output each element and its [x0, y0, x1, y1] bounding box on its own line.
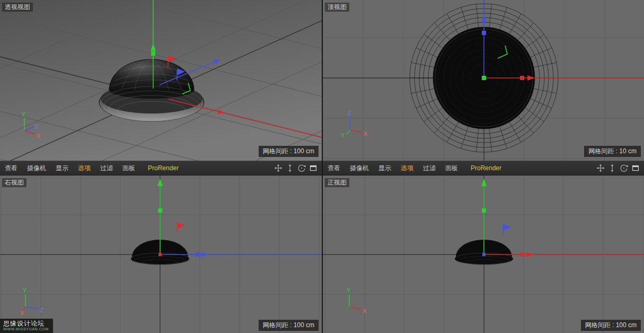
viewport-label: 右视图	[2, 178, 27, 187]
menu-item-prorender[interactable]: ProRender	[143, 161, 183, 175]
viewport-front[interactable]: Y X 正视图 网格间距 : 100 cm	[323, 176, 644, 333]
toggle-layout-icon[interactable]	[308, 163, 318, 173]
menu-item-panel[interactable]: 面板	[118, 161, 140, 175]
grid-spacing-badge: 网格间距 : 100 cm	[581, 320, 641, 331]
axis-label-y: Y	[341, 132, 345, 138]
menu-item-prorender[interactable]: ProRender	[466, 161, 506, 175]
menu-item-camera[interactable]: 摄像机	[22, 161, 51, 175]
watermark-url: WWW.MISSYUAN.COM	[3, 327, 49, 331]
menu-item-camera[interactable]: 摄像机	[345, 161, 374, 175]
axis-label-y: Y	[347, 287, 351, 293]
axis-label-x: X	[20, 310, 24, 316]
x-axis-dot-handle[interactable]	[158, 253, 162, 256]
front-canvas: Y X	[323, 176, 644, 333]
axis-label-z: Z	[348, 110, 351, 116]
menu-item-display[interactable]: 显示	[374, 161, 396, 175]
app-root: Y Z X 透视视图 网格间距 : 100 cm	[0, 0, 644, 333]
axis-label-x: X	[363, 308, 367, 314]
pan-view-icon[interactable]	[274, 163, 283, 173]
grid-spacing-badge: 网格间距 : 10 cm	[584, 146, 641, 157]
rotate-view-icon[interactable]	[619, 163, 629, 173]
viewport-nav-icons	[596, 163, 640, 173]
top-canvas: Z Y X	[323, 0, 644, 161]
menu-item-options[interactable]: 选项	[73, 161, 95, 175]
pan-view-icon[interactable]	[596, 163, 605, 173]
watermark: 思缘设计论坛 WWW.MISSYUAN.COM	[0, 319, 53, 333]
zoom-view-icon[interactable]	[285, 163, 295, 173]
viewport-nav-icons	[274, 163, 318, 173]
menu-item-panel[interactable]: 面板	[440, 161, 463, 175]
viewport-right[interactable]: Y X Z 右视图 网格间距 : 100 cm	[0, 176, 322, 333]
viewport-label: 透视视图	[2, 3, 33, 12]
perspective-canvas: Y Z X	[0, 0, 322, 161]
menu-item-view[interactable]: 查看	[0, 161, 22, 175]
object-origin-handle[interactable]	[482, 76, 486, 80]
grid-spacing-badge: 网格间距 : 100 cm	[259, 146, 319, 157]
axis-label-z: Z	[40, 307, 43, 313]
grid-spacing-badge: 网格间距 : 100 cm	[259, 320, 319, 331]
viewport-label: 正视图	[325, 178, 349, 187]
viewport-menubar-left: 查看 摄像机 显示 选项 过滤 面板 ProRender	[0, 161, 322, 176]
z-axis-dot-handle[interactable]	[482, 253, 486, 256]
zoom-view-icon[interactable]	[607, 163, 617, 173]
axis-label-x: X	[364, 130, 368, 137]
viewport-menubar-right: 查看 摄像机 显示 选项 过滤 面板 ProRender	[323, 161, 644, 176]
menu-item-display[interactable]: 显示	[51, 161, 73, 175]
viewport-top[interactable]: Z Y X 顶视图 网格间距 : 10 cm	[323, 0, 644, 161]
axis-label-y: Y	[22, 111, 26, 117]
axis-label-y: Y	[23, 287, 27, 293]
menu-item-view[interactable]: 查看	[323, 161, 345, 175]
right-canvas: Y X Z	[0, 176, 322, 333]
watermark-title: 思缘设计论坛	[3, 320, 49, 327]
axis-label-x: X	[37, 133, 41, 139]
toggle-layout-icon[interactable]	[631, 163, 640, 173]
menu-item-filter[interactable]: 过滤	[418, 161, 440, 175]
viewport-label: 顶视图	[325, 3, 349, 12]
viewport-perspective[interactable]: Y Z X 透视视图 网格间距 : 100 cm	[0, 0, 322, 161]
menu-item-options[interactable]: 选项	[396, 161, 418, 175]
rotate-view-icon[interactable]	[297, 163, 306, 173]
axis-label-z: Z	[35, 124, 39, 130]
menu-item-filter[interactable]: 过滤	[95, 161, 118, 175]
